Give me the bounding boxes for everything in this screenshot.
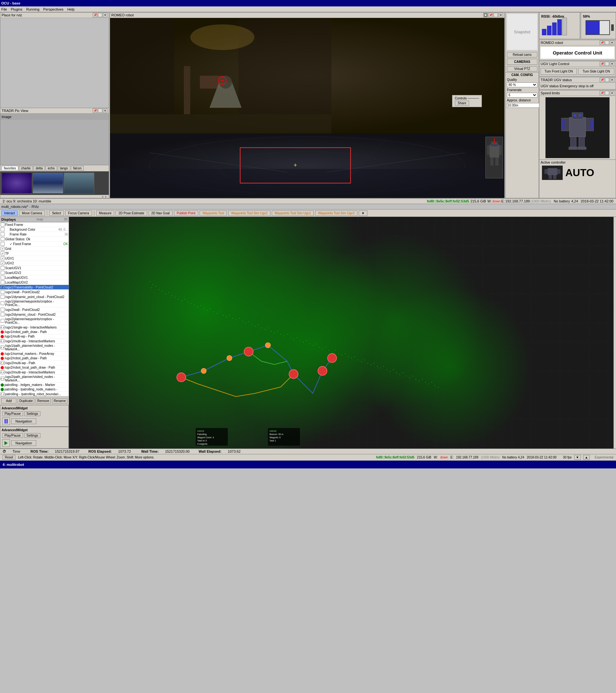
nav-goal-button[interactable]: 2D Nav Goal xyxy=(148,211,173,216)
display-ugv1-single-wp[interactable]: ✓ /ugv1/single-wp - InteractiveMarkers xyxy=(0,325,69,330)
display-ugv2-local-path[interactable]: /ugv2/robot_local_path_draw - Path xyxy=(0,365,69,370)
rename-display-button[interactable]: Rename xyxy=(52,398,67,403)
display-tf[interactable]: TF xyxy=(0,251,69,256)
play-pause-tab-2[interactable]: Play/Pause xyxy=(2,433,23,438)
waypoints-sim-ugv3-button[interactable]: Waypoints Tool Sim Ugv3 xyxy=(315,211,357,216)
display-bg-color[interactable]: Background Color 48; 0... xyxy=(0,227,69,232)
tab-favorites[interactable]: favorites xyxy=(2,166,18,171)
tradr-ugv-pin[interactable]: 📌 xyxy=(600,78,604,82)
display-global-status[interactable]: Global Status: Ok xyxy=(0,237,69,242)
share-button[interactable]: Share xyxy=(455,101,470,105)
display-ugv1-multi-wp[interactable]: /ugv1/multi-wp - Path xyxy=(0,334,69,339)
tab-tango[interactable]: tango xyxy=(58,166,70,171)
play-pause-tab-1[interactable]: Play/Pause xyxy=(2,411,23,416)
display-patrolling-boundary[interactable]: ✓ patrolling - /patrolling_robot_boundar… xyxy=(0,392,69,397)
speed-limits-restore[interactable]: ⬜ xyxy=(605,91,609,95)
menu-plugins[interactable]: Plugins xyxy=(11,7,22,11)
display-ugv2-multi-wp[interactable]: ✓ /ugv2/multi-wp - Path xyxy=(0,361,69,365)
display-ugv1-path-planner[interactable]: ✓ /ugv1/path_planner/visited_nodes - Mar… xyxy=(0,343,69,352)
fps-down-button[interactable]: ▼ xyxy=(574,455,581,460)
pose-estimate-button[interactable]: 2D Pose Estimate xyxy=(116,211,147,216)
display-traversability[interactable]: ✓ /ugv1/Traversability - PointCloud2 xyxy=(0,285,69,290)
place-rviz-restore[interactable]: ⬜ xyxy=(98,13,102,17)
romeo-float[interactable]: 🔲 xyxy=(483,13,488,17)
display-patrolling-edges[interactable]: patrolling - /edges_makers - Marker xyxy=(0,383,69,387)
tradr-pic-restore[interactable]: ⬜ xyxy=(98,108,102,113)
publish-point-button[interactable]: Publish Point xyxy=(174,211,198,216)
display-patrolling-node[interactable]: patrolling - /patrolling_node_makers - xyxy=(0,387,69,392)
display-ugv1-robot-path[interactable]: /ugv1/robot_path_draw - Path xyxy=(0,330,69,334)
display-ugv2-wall[interactable]: /ugv2/wall - PointCloud2 xyxy=(0,308,69,312)
measure-button[interactable]: Measure xyxy=(96,211,115,216)
waypoints-sim-ugv2-button[interactable]: Waypoints Tool Sim Ugv2 xyxy=(228,211,270,216)
cameras-button[interactable]: CAMERAS xyxy=(507,59,537,65)
display-ugv2-dynamic[interactable]: /ugv2/dynamic_cloud - PointCloud2 xyxy=(0,312,69,317)
ugv-light-restore[interactable]: ⬜ xyxy=(605,62,609,66)
tab-echo[interactable]: echo xyxy=(45,166,57,171)
menu-running[interactable]: Running xyxy=(26,7,39,11)
add-display-button[interactable]: Add xyxy=(1,398,16,403)
ugv-light-pin[interactable]: 📌 xyxy=(600,62,604,66)
speed-limits-close[interactable]: ✕ xyxy=(610,91,614,95)
speed-limits-pin[interactable]: 📌 xyxy=(600,91,604,95)
move-camera-button[interactable]: Move Camera xyxy=(19,211,45,216)
waypoints-button[interactable]: Waypoints Tool xyxy=(200,211,227,216)
tradr-ugv-restore[interactable]: ⬜ xyxy=(605,78,609,82)
display-ugv1-multi-wp-im[interactable]: ✓ /ugv1/multi-wp - InteractiveMarkers xyxy=(0,339,69,343)
display-ugv2-path-planner[interactable]: ✓ /ugv2/path_planner/visited_nodes - Mar… xyxy=(0,375,69,383)
place-rviz-close[interactable]: ✕ xyxy=(103,13,107,17)
display-ugv1-dynamic[interactable]: /ugv1/dynamic_point_cloud - PointCloud2 xyxy=(0,295,69,299)
tab-falcon[interactable]: falcon xyxy=(71,166,84,171)
3d-view[interactable]: Patrolling Task id 0 Patrolling Task id … xyxy=(69,217,613,449)
framerate-select[interactable]: 6 xyxy=(507,93,537,98)
front-light-button[interactable]: Turn Front Light ON xyxy=(541,68,577,75)
tradr-ugv-close[interactable]: ✕ xyxy=(610,78,614,82)
tab-charlie[interactable]: charlie xyxy=(19,166,33,171)
focus-camera-button[interactable]: Focus Camera xyxy=(65,211,92,216)
navigation-button-2[interactable]: Navigation xyxy=(11,440,36,446)
display-localmap-ugv1[interactable]: LocalMapUGV1 xyxy=(0,275,69,280)
display-ugv1-wall[interactable]: /ugv1/wall - PointCloud2 xyxy=(0,290,69,295)
scroll-indicator[interactable] xyxy=(613,217,616,449)
menu-file[interactable]: File xyxy=(1,7,7,11)
duplicate-display-button[interactable]: Duplicate xyxy=(18,398,34,403)
display-scan-ugv1[interactable]: ScanUGV1 xyxy=(0,266,69,271)
tradr-pic-pin[interactable]: 📌 xyxy=(93,108,97,113)
display-ugv2-multi-wp-im[interactable]: ✓ /ugv2/multi-wp - InteractiveMarkers xyxy=(0,370,69,375)
settings-tab-2[interactable]: Settings xyxy=(24,433,40,438)
romeo-close[interactable]: ✕ xyxy=(499,13,503,17)
display-localmap-ugv2[interactable]: LocalMapUGV2 xyxy=(0,280,69,285)
side-light-button[interactable]: Turn Side Light ON xyxy=(578,68,614,75)
reset-button[interactable]: Reset xyxy=(3,455,15,460)
display-grid[interactable]: Grid xyxy=(0,246,69,251)
display-fixed-frame[interactable]: Fixed Frame xyxy=(0,222,69,227)
remove-display-button[interactable]: Remove xyxy=(36,398,51,403)
fps-up-button[interactable]: ▲ xyxy=(583,455,590,460)
thumb-1[interactable] xyxy=(2,173,32,194)
waypoints-sim-ugv1-button[interactable]: Waypoints Tool Sim Ugv1 xyxy=(272,211,314,216)
navigation-button-1[interactable]: Navigation xyxy=(11,418,36,424)
play-button-2[interactable] xyxy=(2,439,10,447)
tab-delta[interactable]: delta xyxy=(33,166,45,171)
ocu-restore[interactable]: ⬜ xyxy=(605,40,609,45)
menu-help[interactable]: Help xyxy=(67,7,75,11)
ocu-close[interactable]: ✕ xyxy=(610,40,614,45)
display-fixed-frame-ok[interactable]: ✓ Fixed Frame OK xyxy=(0,242,69,246)
romeo-pin[interactable]: 📌 xyxy=(488,13,493,17)
place-rviz-pin[interactable]: 📌 xyxy=(93,13,97,17)
more-tools-button[interactable]: ▼ xyxy=(359,211,368,216)
thumb-3[interactable] xyxy=(64,173,94,194)
interact-button[interactable]: Interact xyxy=(1,211,18,216)
ocu-pin[interactable]: 📌 xyxy=(600,40,604,45)
ugv-light-close[interactable]: ✕ xyxy=(610,62,614,66)
tradr-pic-close[interactable]: ✕ xyxy=(103,108,107,113)
thumb-2[interactable] xyxy=(33,173,63,194)
display-ugv2-robot-path[interactable]: /ugv2/robot_path_draw - Path xyxy=(0,356,69,361)
display-ugv2[interactable]: UGV2 xyxy=(0,261,69,266)
select-button[interactable]: Select xyxy=(49,211,64,216)
pause-button-1[interactable] xyxy=(2,417,10,425)
display-ugv1-normal[interactable]: /ugv1/normal_markers - PoseArray xyxy=(0,352,69,356)
reload-cams-button[interactable]: Reload cams xyxy=(507,52,537,57)
menu-perspectives[interactable]: Perspectives xyxy=(43,7,63,11)
display-ugv1-planner[interactable]: /ugv1/planner/waypoints/cropbox - PointC… xyxy=(0,299,69,308)
